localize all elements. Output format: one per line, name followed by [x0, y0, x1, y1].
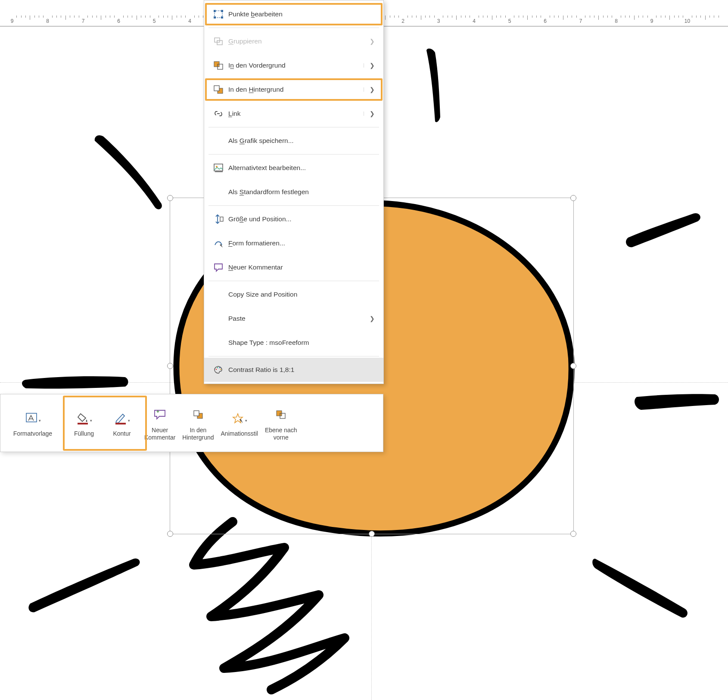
menu-item-punkte-bearbeiten[interactable]: Punkte bearbeiten — [204, 2, 383, 26]
svg-rect-3 — [214, 16, 216, 19]
menu-item-label: Gruppieren — [226, 37, 367, 45]
bring-front-icon — [211, 60, 226, 71]
toolbar-button-label: Kontur — [113, 430, 131, 437]
svg-rect-15 — [220, 217, 223, 221]
svg-text:+: + — [156, 409, 159, 415]
svg-rect-12 — [214, 164, 223, 171]
ruler-label: 7 — [579, 18, 582, 24]
menu-item-alternativtext-bearbeiten[interactable]: Alternativtext bearbeiten... — [204, 156, 383, 180]
resize-handle[interactable] — [570, 531, 576, 537]
svg-point-19 — [220, 369, 221, 370]
toolbar-button-label: Animationsstil — [221, 430, 258, 437]
menu-item-als-standardform-festlegen[interactable]: Als Standardform festlegen — [204, 180, 383, 204]
submenu-arrow-icon: ❯ — [367, 38, 377, 45]
resize-handle[interactable] — [167, 531, 173, 537]
style-icon: ▾ — [25, 409, 41, 427]
mini-toolbar[interactable]: ▾Formatvorlage▾Füllung▾Kontur+NeuerKomme… — [0, 394, 383, 452]
svg-rect-4 — [221, 16, 223, 19]
ruler-label: 9 — [650, 18, 653, 24]
ruler-label: 5 — [153, 18, 156, 24]
menu-item-neuer-kommentar[interactable]: Neuer Kommentar — [204, 255, 383, 279]
format-shape-icon — [211, 238, 226, 248]
svg-rect-20 — [26, 413, 37, 422]
comment-icon — [211, 263, 226, 272]
toolbar-in-den-hintergrund-button[interactable]: In denHintergrund — [179, 394, 217, 452]
menu-item-label: Form formatieren... — [226, 239, 377, 247]
toolbar-button-label: Füllung — [74, 430, 94, 437]
menu-separator — [208, 154, 379, 155]
toolbar-button-label: Formatvorlage — [13, 430, 52, 437]
alt-text-icon — [211, 163, 226, 173]
toolbar-kontur-button[interactable]: ▾Kontur — [103, 394, 141, 452]
menu-item-label: Als Standardform festlegen — [228, 188, 377, 196]
menu-item-gr-e-und-position[interactable]: Größe und Position... — [204, 207, 383, 231]
menu-separator — [208, 356, 379, 356]
menu-item-paste[interactable]: Paste❯ — [204, 307, 383, 331]
svg-rect-21 — [78, 423, 88, 424]
svg-point-16 — [216, 369, 217, 370]
menu-item-contrast-ratio-is-1-8-1[interactable]: Contrast Ratio is 1,8:1 — [204, 358, 383, 382]
menu-item-link[interactable]: Link❯ — [204, 102, 383, 126]
toolbar-button-label: NeuerKommentar — [144, 427, 175, 441]
menu-item-label: Contrast Ratio is 1,8:1 — [226, 366, 377, 374]
ruler-label: 8 — [615, 18, 618, 24]
toolbar-formatvorlage-button[interactable]: ▾Formatvorlage — [0, 394, 65, 452]
menu-item-als-grafik-speichern[interactable]: Als Grafik speichern... — [204, 129, 383, 153]
ruler-label: 3 — [437, 18, 440, 24]
menu-item-shape-type-msofreeform[interactable]: Shape Type : msoFreeform — [204, 331, 383, 355]
menu-separator — [208, 205, 379, 206]
resize-handle[interactable] — [167, 195, 173, 201]
submenu-arrow-icon: ❯ — [367, 86, 377, 93]
svg-point-18 — [219, 367, 221, 369]
toolbar-neuer-kommentar-button[interactable]: +NeuerKommentar — [141, 394, 179, 452]
menu-item-label: Größe und Position... — [226, 215, 377, 223]
svg-point-17 — [217, 367, 218, 369]
svg-rect-10 — [214, 86, 219, 91]
outline-icon: ▾ — [114, 409, 130, 427]
toolbar-button-label: Ebene nachvorne — [265, 427, 297, 441]
menu-item-in-den-hintergrund[interactable]: In den Hintergrund❯ — [204, 77, 383, 102]
comment-plus-icon: + — [153, 405, 166, 424]
resize-handle[interactable] — [369, 531, 375, 537]
menu-item-label: Punkte bearbeiten — [226, 10, 377, 18]
ruler-label: 6 — [544, 18, 547, 24]
menu-item-gruppieren: Gruppieren❯ — [204, 29, 383, 53]
menu-separator — [208, 28, 379, 28]
palette-icon — [211, 365, 226, 375]
svg-rect-2 — [221, 10, 223, 12]
menu-item-in-den-vordergrund[interactable]: In den Vordergrund❯ — [204, 53, 383, 77]
group-icon — [211, 37, 226, 46]
toolbar-button-label: In denHintergrund — [182, 427, 214, 441]
menu-separator — [208, 281, 379, 281]
resize-handle[interactable] — [570, 363, 576, 369]
submenu-arrow-icon: ❯ — [367, 315, 377, 322]
ruler-label: 10 — [684, 18, 690, 24]
menu-item-label: In den Hintergrund — [226, 86, 367, 93]
resize-handle[interactable] — [167, 363, 173, 369]
context-menu[interactable]: Punkte bearbeitenGruppieren❯In den Vorde… — [204, 0, 384, 384]
menu-item-label: Link — [226, 110, 367, 118]
toolbar-animationsstil-button[interactable]: ▾Animationsstil — [218, 394, 261, 452]
ruler-label: 9 — [11, 18, 14, 24]
send-back-icon — [211, 84, 226, 95]
menu-item-copy-size-and-position[interactable]: Copy Size and Position — [204, 282, 383, 307]
menu-separator — [208, 127, 379, 127]
link-icon — [211, 109, 226, 118]
menu-item-label: In den Vordergrund — [226, 62, 367, 69]
svg-rect-22 — [115, 423, 126, 424]
submenu-arrow-icon: ❯ — [367, 62, 377, 69]
menu-item-form-formatieren[interactable]: Form formatieren... — [204, 231, 383, 255]
size-pos-icon — [211, 214, 226, 225]
menu-item-label: Neuer Kommentar — [226, 263, 377, 271]
ruler-label: 2 — [401, 18, 404, 24]
ruler-label: 8 — [46, 18, 49, 24]
send-back-icon — [193, 405, 204, 424]
menu-item-label: Paste — [228, 315, 367, 322]
resize-handle[interactable] — [570, 195, 576, 201]
ruler-label: 4 — [188, 18, 191, 24]
toolbar-ebene-nach-vorne-button[interactable]: Ebene nachvorne — [261, 394, 301, 452]
toolbar-füllung-button[interactable]: ▾Füllung — [65, 394, 103, 452]
fill-icon: ▾ — [76, 409, 92, 427]
svg-rect-1 — [214, 10, 216, 12]
ruler-label: 6 — [117, 18, 120, 24]
